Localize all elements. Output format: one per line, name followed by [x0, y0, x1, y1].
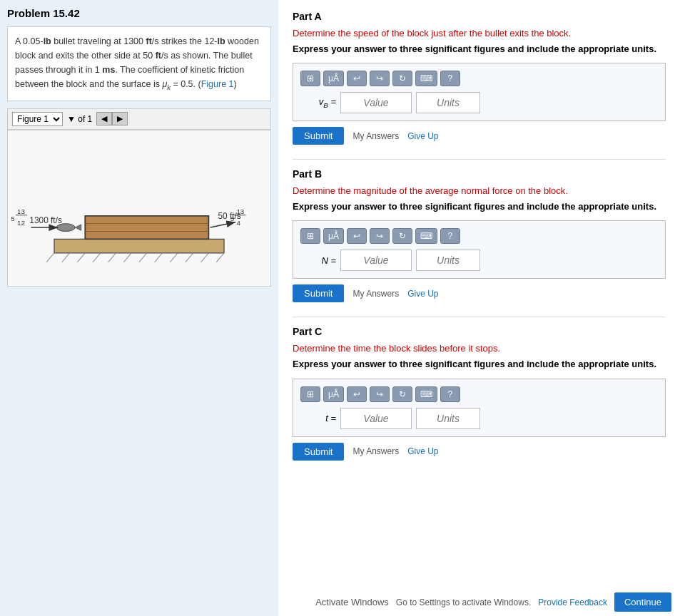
svg-line-11: [186, 252, 193, 262]
part-c-keyboard-icon[interactable]: ⌨: [415, 386, 437, 402]
part-b-mu-icon[interactable]: μÅ: [323, 228, 344, 244]
figure-box: 1300 ft/s 50 ft/s 13 12 5 13 4 5: [7, 130, 271, 287]
part-c-grid-icon[interactable]: ⊞: [300, 386, 320, 402]
part-a-title: Part A: [293, 11, 666, 22]
right-panel: Part A Determine the speed of the block …: [278, 0, 680, 616]
part-b-give-up[interactable]: Give Up: [407, 289, 438, 299]
part-c-section: Part C Determine the time the block slid…: [293, 326, 666, 460]
part-a-redo-icon[interactable]: ↪: [370, 71, 390, 86]
diagram-svg: 1300 ft/s 50 ft/s 13 12 5 13 4 5: [8, 130, 270, 286]
part-a-submit-row: Submit My Answers Give Up: [293, 127, 666, 145]
svg-text:12: 12: [17, 218, 25, 226]
part-b-grid-icon[interactable]: ⊞: [300, 228, 320, 244]
svg-line-6: [108, 252, 116, 262]
svg-text:1300 ft/s: 1300 ft/s: [29, 215, 62, 225]
figure-select[interactable]: Figure 1: [12, 112, 63, 126]
part-b-submit-button[interactable]: Submit: [293, 284, 344, 302]
part-a-grid-icon[interactable]: ⊞: [300, 71, 320, 86]
part-b-value-input[interactable]: [340, 250, 412, 271]
part-c-units-input[interactable]: [416, 408, 480, 429]
part-a-my-answers: My Answers: [352, 131, 399, 141]
part-a-toolbar: ⊞ μÅ ↩ ↪ ↻ ⌨ ?: [300, 71, 658, 86]
activate-windows-text: Activate Windows: [315, 597, 389, 607]
part-c-answer-box: ⊞ μÅ ↩ ↪ ↻ ⌨ ? t =: [293, 379, 666, 437]
part-b-input-row: N =: [300, 250, 658, 271]
part-a-give-up[interactable]: Give Up: [407, 131, 438, 141]
part-b-submit-row: Submit My Answers Give Up: [293, 284, 666, 302]
svg-line-12: [201, 252, 209, 262]
part-c-instruction: Express your answer to three significant…: [293, 358, 666, 371]
svg-marker-18: [75, 224, 81, 230]
part-b-section: Part B Determine the magnitude of the av…: [293, 168, 666, 302]
part-b-redo-icon[interactable]: ↪: [370, 228, 390, 244]
part-a-undo-icon[interactable]: ↩: [347, 71, 367, 86]
part-c-mu-icon[interactable]: μÅ: [323, 386, 344, 402]
svg-rect-0: [54, 239, 224, 252]
svg-line-13: [216, 252, 224, 262]
figure-of-text: ▼ of 1: [67, 114, 92, 124]
part-a-units-input[interactable]: [416, 92, 480, 113]
continue-button[interactable]: Continue: [614, 592, 671, 612]
svg-text:5: 5: [11, 215, 14, 222]
part-a-instruction: Express your answer to three significant…: [293, 43, 666, 56]
figure-next-button[interactable]: ▶: [112, 112, 128, 125]
part-c-submit-button[interactable]: Submit: [293, 443, 344, 461]
part-c-input-row: t =: [300, 408, 658, 429]
part-a-mu-icon[interactable]: μÅ: [323, 71, 344, 86]
svg-line-9: [155, 252, 163, 262]
part-a-submit-button[interactable]: Submit: [293, 127, 344, 145]
part-c-redo-icon[interactable]: ↪: [370, 386, 390, 402]
part-b-answer-box: ⊞ μÅ ↩ ↪ ↻ ⌨ ? N =: [293, 220, 666, 279]
svg-line-5: [93, 252, 101, 262]
figure-nav: Figure 1 ▼ of 1 ◀ ▶: [7, 108, 271, 130]
part-a-description: Determine the speed of the block just af…: [293, 28, 666, 38]
part-b-units-input[interactable]: [416, 250, 480, 271]
part-c-give-up[interactable]: Give Up: [407, 446, 438, 456]
part-b-refresh-icon[interactable]: ↻: [392, 228, 412, 244]
part-c-label: t =: [300, 413, 336, 423]
divider-bc: [293, 317, 666, 317]
bottom-bar: Activate Windows Go to Settings to activ…: [307, 588, 680, 616]
part-c-title: Part C: [293, 326, 666, 337]
svg-line-3: [62, 252, 70, 262]
figure-prev-button[interactable]: ◀: [96, 112, 112, 125]
svg-rect-14: [85, 215, 208, 238]
part-a-label: vB =: [300, 96, 336, 109]
part-a-value-input[interactable]: [340, 92, 412, 113]
svg-text:13: 13: [236, 207, 244, 215]
provide-feedback-link[interactable]: Provide Feedback: [538, 597, 607, 607]
svg-text:5: 5: [230, 215, 234, 222]
part-c-value-input[interactable]: [340, 408, 412, 429]
part-a-input-row: vB =: [300, 92, 658, 113]
part-c-undo-icon[interactable]: ↩: [347, 386, 367, 402]
part-c-description: Determine the time the block slides befo…: [293, 343, 666, 354]
part-c-toolbar: ⊞ μÅ ↩ ↪ ↻ ⌨ ?: [300, 386, 658, 402]
svg-text:13: 13: [17, 207, 25, 215]
part-a-refresh-icon[interactable]: ↻: [392, 71, 412, 86]
svg-line-7: [123, 252, 131, 262]
part-b-description: Determine the magnitude of the average n…: [293, 185, 666, 196]
part-a-help-icon[interactable]: ?: [440, 71, 460, 86]
part-c-help-icon[interactable]: ?: [440, 386, 460, 402]
figure1-link[interactable]: Figure 1: [201, 79, 234, 89]
svg-text:4: 4: [236, 218, 240, 226]
svg-line-8: [139, 252, 147, 262]
svg-line-10: [170, 252, 178, 262]
part-b-keyboard-icon[interactable]: ⌨: [415, 228, 437, 244]
left-panel: Problem 15.42 A 0.05-lb bullet traveling…: [0, 0, 278, 616]
svg-line-4: [77, 252, 85, 262]
part-b-title: Part B: [293, 168, 666, 180]
part-a-answer-box: ⊞ μÅ ↩ ↪ ↻ ⌨ ? vB =: [293, 63, 666, 121]
part-c-submit-row: Submit My Answers Give Up: [293, 443, 666, 461]
part-b-undo-icon[interactable]: ↩: [347, 228, 367, 244]
part-a-keyboard-icon[interactable]: ⌨: [415, 71, 437, 86]
svg-line-20: [210, 222, 236, 227]
part-b-help-icon[interactable]: ?: [440, 228, 460, 244]
problem-description: A 0.05-lb bullet traveling at 1300 ft/s …: [7, 26, 271, 101]
part-c-refresh-icon[interactable]: ↻: [392, 386, 412, 402]
problem-title: Problem 15.42: [7, 7, 271, 19]
svg-line-2: [46, 252, 54, 262]
part-b-label: N =: [300, 255, 336, 266]
part-b-instruction: Express your answer to three significant…: [293, 200, 666, 213]
part-c-my-answers: My Answers: [352, 446, 399, 456]
